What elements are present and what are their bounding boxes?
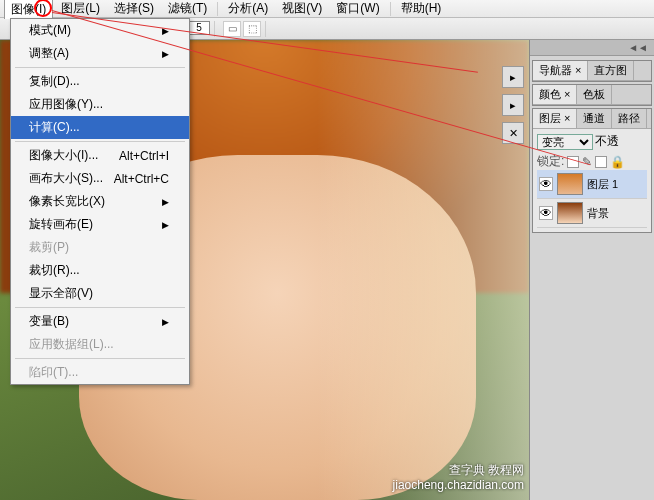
menu-analysis[interactable]: 分析(A): [222, 0, 274, 18]
menu-mode[interactable]: 模式(M)▶: [11, 19, 189, 42]
tab-color[interactable]: 颜色 ×: [533, 85, 577, 104]
tab-channels[interactable]: 通道: [577, 109, 612, 128]
lock-all-icon[interactable]: 🔒: [610, 155, 625, 169]
menu-trap: 陷印(T)...: [11, 361, 189, 384]
submenu-arrow-icon: ▶: [162, 26, 169, 36]
strip-expand-icon[interactable]: ▸: [502, 66, 524, 88]
panels-dock: ◄◄ ▸ ▸ ✕ 导航器 × 直方图 颜色 × 色板 图层 × 通道 路径 变亮…: [529, 40, 654, 500]
opacity-label: 不透: [595, 133, 619, 150]
submenu-arrow-icon: ▶: [162, 220, 169, 230]
menu-apply-dataset: 应用数据组(L)...: [11, 333, 189, 356]
lock-label: 锁定:: [537, 153, 564, 170]
image-menu-dropdown: 模式(M)▶ 调整(A)▶ 复制(D)... 应用图像(Y)... 计算(C).…: [10, 18, 190, 385]
option-icon[interactable]: ▭: [223, 21, 241, 37]
menu-apply-image[interactable]: 应用图像(Y)...: [11, 93, 189, 116]
menu-help[interactable]: 帮助(H): [395, 0, 448, 18]
collapse-bar[interactable]: ◄◄: [530, 40, 654, 56]
menu-canvas-size[interactable]: 画布大小(S)...Alt+Ctrl+C: [11, 167, 189, 190]
lock-pixels-icon[interactable]: ✎: [582, 155, 592, 169]
lock-transparency-icon[interactable]: [567, 156, 579, 168]
menu-rotate-canvas[interactable]: 旋转画布(E)▶: [11, 213, 189, 236]
menu-trim[interactable]: 裁切(R)...: [11, 259, 189, 282]
menu-separator: [390, 2, 391, 16]
menu-reveal-all[interactable]: 显示全部(V): [11, 282, 189, 305]
strip-close-icon[interactable]: ✕: [502, 122, 524, 144]
navigator-panel: 导航器 × 直方图: [532, 60, 652, 82]
submenu-arrow-icon: ▶: [162, 49, 169, 59]
layer-row[interactable]: 👁 背景: [537, 199, 647, 228]
layer-name[interactable]: 背景: [587, 206, 609, 221]
menu-image[interactable]: 图像(I): [4, 0, 53, 19]
menu-filter[interactable]: 滤镜(T): [162, 0, 213, 18]
menu-separator: [217, 2, 218, 16]
tab-swatches[interactable]: 色板: [577, 85, 612, 104]
layer-row[interactable]: 👁 图层 1: [537, 170, 647, 199]
tab-navigator[interactable]: 导航器 ×: [533, 61, 588, 80]
menu-crop: 裁剪(P): [11, 236, 189, 259]
submenu-arrow-icon: ▶: [162, 197, 169, 207]
blend-mode-select[interactable]: 变亮: [537, 134, 593, 150]
menu-view[interactable]: 视图(V): [276, 0, 328, 18]
visibility-eye-icon[interactable]: 👁: [539, 177, 553, 191]
menu-select[interactable]: 选择(S): [108, 0, 160, 18]
submenu-arrow-icon: ▶: [162, 317, 169, 327]
layer-thumbnail[interactable]: [557, 202, 583, 224]
color-panel: 颜色 × 色板: [532, 84, 652, 106]
menu-layer[interactable]: 图层(L): [55, 0, 106, 18]
watermark: 查字典 教程网 jiaocheng.chazidian.com: [393, 463, 524, 494]
menu-bar: 图像(I) 图层(L) 选择(S) 滤镜(T) 分析(A) 视图(V) 窗口(W…: [0, 0, 654, 18]
menu-calculations[interactable]: 计算(C)...: [11, 116, 189, 139]
layer-name[interactable]: 图层 1: [587, 177, 618, 192]
menu-image-size[interactable]: 图像大小(I)...Alt+Ctrl+I: [11, 144, 189, 167]
strip-expand-icon[interactable]: ▸: [502, 94, 524, 116]
option-icon[interactable]: ⬚: [243, 21, 261, 37]
option-value[interactable]: 5: [188, 21, 210, 35]
menu-variables[interactable]: 变量(B)▶: [11, 310, 189, 333]
menu-window[interactable]: 窗口(W): [330, 0, 385, 18]
menu-duplicate[interactable]: 复制(D)...: [11, 70, 189, 93]
layer-thumbnail[interactable]: [557, 173, 583, 195]
tab-histogram[interactable]: 直方图: [588, 61, 634, 80]
menu-pixel-aspect[interactable]: 像素长宽比(X)▶: [11, 190, 189, 213]
layers-panel: 图层 × 通道 路径 变亮 不透 锁定: ✎ 🔒 👁 图层 1 👁: [532, 108, 652, 233]
menu-adjustments[interactable]: 调整(A)▶: [11, 42, 189, 65]
tab-paths[interactable]: 路径: [612, 109, 647, 128]
panel-strip: ▸ ▸ ✕: [502, 62, 528, 148]
lock-position-icon[interactable]: [595, 156, 607, 168]
visibility-eye-icon[interactable]: 👁: [539, 206, 553, 220]
tab-layers[interactable]: 图层 ×: [533, 109, 577, 128]
